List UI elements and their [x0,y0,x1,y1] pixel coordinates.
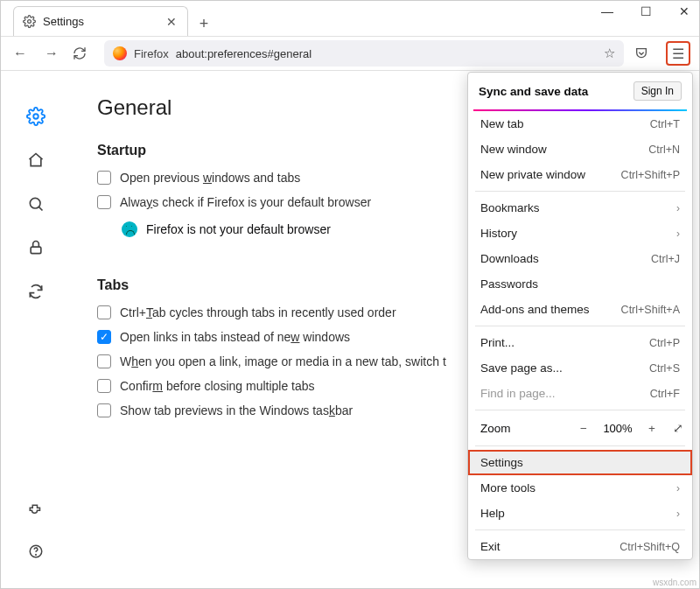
close-tab-icon[interactable]: ✕ [164,15,178,29]
label: When you open a link, image or media in … [120,354,446,368]
checkbox[interactable] [97,305,111,319]
navigation-toolbar: ← → Firefox about:preferences#general ☆ … [1,36,699,71]
menu-find[interactable]: Find in page...Ctrl+F [468,381,692,406]
status-text: Firefox is not your default browser [146,222,331,236]
menu-addons[interactable]: Add-ons and themesCtrl+Shift+A [468,297,692,322]
url-bar[interactable]: Firefox about:preferences#general ☆ [104,40,624,67]
sign-in-button[interactable]: Sign In [634,81,682,101]
maximize-button[interactable]: ☐ [636,4,655,18]
menu-passwords[interactable]: Passwords [468,271,692,297]
menu-zoom: Zoom − 100% + ⤢ [468,414,692,442]
zoom-value: 100% [601,422,634,435]
menu-print[interactable]: Print...Ctrl+P [468,330,692,355]
chevron-right-icon: › [676,482,680,494]
menu-bookmarks[interactable]: Bookmarks› [468,195,692,221]
sidebar-home-icon[interactable] [25,150,46,171]
sidebar-privacy-icon[interactable] [25,237,46,258]
back-button[interactable]: ← [10,46,31,61]
fullscreen-icon[interactable]: ⤢ [673,421,683,435]
menu-save-page[interactable]: Save page as...Ctrl+S [468,355,692,381]
checkbox[interactable] [97,403,111,417]
pocket-icon[interactable] [634,46,655,60]
label: Ctrl+Tab cycles through tabs in recently… [120,305,396,319]
zoom-out-button[interactable]: − [575,419,592,437]
app-menu-button[interactable]: ☰ [666,41,690,66]
menu-new-window[interactable]: New windowCtrl+N [468,137,692,162]
label: Open previous windows and tabs [120,171,300,185]
chevron-right-icon: › [676,508,680,520]
checkbox[interactable] [97,379,111,393]
label: Show tab previews in the Windows taskbar [120,403,353,417]
menu-exit[interactable]: ExitCtrl+Shift+Q [468,534,692,559]
menu-help[interactable]: Help› [468,501,692,526]
svg-point-5 [36,554,37,555]
app-menu-panel: Sync and save data Sign In New tabCtrl+T… [467,72,693,560]
sidebar-extensions-icon[interactable] [25,501,46,522]
checkbox[interactable] [97,195,111,209]
menu-downloads[interactable]: DownloadsCtrl+J [468,246,692,271]
svg-point-0 [28,20,32,24]
menu-separator [475,445,685,446]
preferences-sidebar [1,71,71,588]
reload-button[interactable] [73,46,94,60]
menu-new-tab[interactable]: New tabCtrl+T [468,111,692,137]
menu-history[interactable]: History› [468,221,692,246]
sidebar-search-icon[interactable] [25,193,46,214]
sync-label: Sync and save data [479,85,588,98]
label: Open links in tabs instead of new window… [120,330,350,344]
forward-button[interactable]: → [41,46,62,61]
tab-title: Settings [43,15,164,28]
sidebar-help-icon[interactable] [25,541,46,562]
svg-point-2 [30,198,40,208]
minimize-button[interactable]: — [598,4,617,18]
gear-icon [23,15,36,28]
sad-face-icon [122,221,137,237]
menu-new-private[interactable]: New private windowCtrl+Shift+P [468,162,692,187]
menu-more-tools[interactable]: More tools› [468,475,692,501]
menu-separator [475,191,685,192]
chevron-right-icon: › [676,228,680,240]
sidebar-general-icon[interactable] [25,106,46,127]
menu-settings[interactable]: Settings [468,450,692,475]
url-text: about:preferences#general [176,47,312,60]
checkbox[interactable] [97,171,111,185]
url-prefix: Firefox [134,47,169,60]
tab-settings[interactable]: Settings ✕ [13,6,188,36]
sidebar-sync-icon[interactable] [25,281,46,302]
chevron-right-icon: › [676,202,680,214]
zoom-in-button[interactable]: + [643,419,661,437]
menu-separator [475,326,685,326]
svg-point-1 [33,114,38,119]
firefox-icon [113,46,127,60]
window-controls: — ☐ ✕ [598,4,694,18]
watermark: wsxdn.com [653,578,696,587]
menu-sync-header: Sync and save data Sign In [468,73,692,109]
menu-separator [475,529,685,530]
tab-bar: Settings ✕ + — ☐ ✕ [1,1,699,36]
label: Confirm before closing multiple tabs [120,379,315,393]
close-window-button[interactable]: ✕ [675,4,694,18]
new-tab-button[interactable]: + [192,11,216,36]
bookmark-star-icon[interactable]: ☆ [604,46,615,61]
menu-separator [475,410,685,410]
checkbox[interactable] [97,354,111,368]
label: Always check if Firefox is your default … [120,195,371,209]
checkbox-checked[interactable]: ✓ [97,330,111,344]
svg-rect-3 [31,247,41,254]
